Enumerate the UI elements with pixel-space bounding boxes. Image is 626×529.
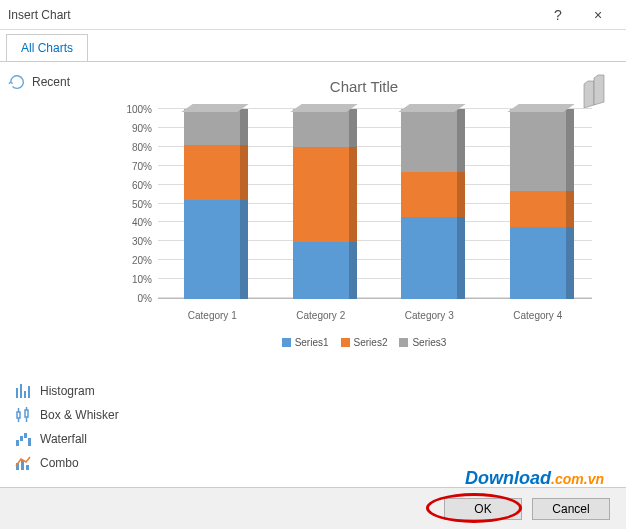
y-tick-label: 80% (132, 141, 152, 152)
combo-icon (14, 454, 32, 472)
type-item-waterfall[interactable]: Waterfall (12, 427, 182, 451)
bar-segment (401, 172, 457, 218)
svg-rect-12 (24, 433, 27, 438)
y-tick-label: 0% (138, 293, 152, 304)
column-3d-icon[interactable] (580, 70, 612, 110)
tabs: All Charts (0, 34, 626, 62)
bar-segment (293, 109, 349, 147)
help-button[interactable]: ? (538, 7, 578, 23)
x-tick-label: Category 2 (281, 310, 361, 321)
y-tick-label: 50% (132, 198, 152, 209)
x-tick-label: Category 3 (389, 310, 469, 321)
dialog-footer: OK Cancel (0, 487, 626, 529)
bar-segment (401, 217, 457, 299)
bar-segment (293, 147, 349, 242)
x-tick-label: Category 4 (498, 310, 578, 321)
chart-type-list: Histogram Box & Whisker Waterfall Combo (12, 379, 182, 475)
recent-icon (8, 73, 26, 91)
waterfall-icon (14, 430, 32, 448)
sidebar-label-recent: Recent (32, 75, 70, 89)
y-tick-label: 40% (132, 217, 152, 228)
bar-segment (240, 145, 248, 200)
legend-label: Series2 (354, 337, 388, 348)
type-item-combo[interactable]: Combo (12, 451, 182, 475)
bar-segment (293, 242, 349, 299)
bar-top (507, 104, 574, 112)
sidebar-item-recent[interactable]: Recent (4, 70, 106, 94)
svg-rect-13 (28, 438, 31, 446)
y-tick-label: 60% (132, 179, 152, 190)
histogram-icon (14, 382, 32, 400)
watermark-suffix: .com.vn (551, 471, 604, 487)
cancel-button[interactable]: Cancel (532, 498, 610, 520)
chart-title: Chart Title (116, 78, 612, 95)
type-label: Histogram (40, 384, 95, 398)
bar-segment (401, 109, 457, 172)
bar-column (401, 109, 457, 299)
watermark-main: Download (465, 468, 551, 488)
legend-item: Series2 (341, 337, 388, 348)
y-tick-label: 100% (126, 104, 152, 115)
chart-plot: 0%10%20%30%40%50%60%70%80%90%100% Catego… (158, 109, 592, 319)
y-tick-label: 20% (132, 255, 152, 266)
bar-segment (510, 191, 566, 227)
dialog-title: Insert Chart (8, 8, 538, 22)
legend-swatch (282, 338, 291, 347)
bar-segment (240, 200, 248, 299)
bar-segment (510, 109, 566, 191)
bar-segment (184, 200, 240, 299)
type-label: Combo (40, 456, 79, 470)
close-button[interactable]: × (578, 7, 618, 23)
bar-top (399, 104, 466, 112)
box-whisker-icon (14, 406, 32, 424)
legend-item: Series1 (282, 337, 329, 348)
watermark: Download.com.vn (465, 468, 604, 489)
legend-swatch (399, 338, 408, 347)
svg-rect-11 (20, 436, 23, 441)
type-item-box-whisker[interactable]: Box & Whisker (12, 403, 182, 427)
svg-rect-15 (21, 460, 24, 470)
bar-segment (184, 145, 240, 200)
bar-segment (566, 227, 574, 299)
y-tick-label: 10% (132, 274, 152, 285)
svg-rect-7 (25, 410, 28, 417)
chart-preview: Chart Title 0%10%20%30%40%50%60%70%80%90… (110, 62, 626, 356)
chart-bars (158, 109, 592, 299)
y-tick-label: 70% (132, 160, 152, 171)
y-tick-label: 90% (132, 122, 152, 133)
x-tick-label: Category 1 (172, 310, 252, 321)
type-item-histogram[interactable]: Histogram (12, 379, 182, 403)
bar-segment (457, 172, 465, 218)
tab-all-charts[interactable]: All Charts (6, 34, 88, 61)
chart-legend: Series1Series2Series3 (116, 337, 612, 348)
bar-column (510, 109, 566, 299)
bar-segment (566, 109, 574, 191)
svg-rect-16 (26, 465, 29, 470)
y-tick-label: 30% (132, 236, 152, 247)
legend-label: Series1 (295, 337, 329, 348)
bar-segment (457, 217, 465, 299)
bar-segment (566, 191, 574, 227)
sidebar: Recent (0, 62, 110, 356)
ok-button[interactable]: OK (444, 498, 522, 520)
type-label: Waterfall (40, 432, 87, 446)
bar-column (293, 109, 349, 299)
bar-segment (510, 227, 566, 299)
bar-segment (349, 242, 357, 299)
legend-item: Series3 (399, 337, 446, 348)
bar-segment (240, 109, 248, 145)
bar-top (182, 104, 249, 112)
svg-rect-4 (17, 412, 20, 418)
svg-rect-10 (16, 440, 19, 446)
type-label: Box & Whisker (40, 408, 119, 422)
bar-segment (184, 109, 240, 145)
legend-label: Series3 (412, 337, 446, 348)
chart-xlabels: Category 1Category 2Category 3Category 4 (158, 310, 592, 321)
title-bar: Insert Chart ? × (0, 0, 626, 30)
bar-segment (457, 109, 465, 172)
bar-top (290, 104, 357, 112)
legend-swatch (341, 338, 350, 347)
bar-segment (349, 147, 357, 242)
bar-column (184, 109, 240, 299)
bar-segment (349, 109, 357, 147)
